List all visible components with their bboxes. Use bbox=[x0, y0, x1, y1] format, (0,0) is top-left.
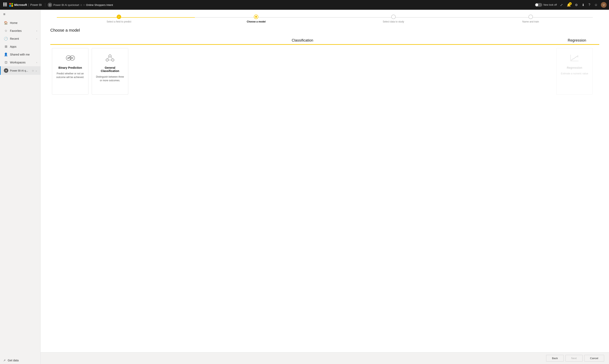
top-navigation: Microsoft | Power BI ★ Power BI AI quick… bbox=[0, 0, 609, 10]
sidebar-active-workspace[interactable]: ★ Power BI AI q... ◇ ⌄ bbox=[0, 66, 40, 75]
step-circle-1: ✓ bbox=[117, 14, 121, 19]
next-button[interactable]: Next bbox=[565, 355, 583, 362]
binary-prediction-card[interactable]: Binary Prediction Predict whether or not… bbox=[52, 48, 88, 95]
general-classification-card[interactable]: General Classification Distinguish betwe… bbox=[92, 48, 128, 95]
sidebar-label-workspaces: Workspaces bbox=[10, 61, 34, 64]
regression-header: Regression bbox=[555, 38, 599, 45]
help-button[interactable]: ? bbox=[588, 2, 591, 8]
binary-prediction-title: Binary Prediction bbox=[58, 66, 82, 69]
svg-rect-1 bbox=[5, 3, 6, 4]
sidebar-label-shared: Shared with me bbox=[10, 53, 37, 56]
svg-rect-5 bbox=[6, 4, 7, 5]
toggle-switch[interactable] bbox=[535, 3, 542, 7]
general-classification-title: General Classification bbox=[95, 66, 125, 73]
brand-area: Microsoft | Power BI bbox=[9, 3, 45, 7]
chevron-right-icon: › bbox=[36, 61, 37, 64]
breadcrumb-workspace[interactable]: Power BI AI quickstart bbox=[53, 3, 79, 6]
workspaces-icon: ⊡ bbox=[4, 60, 8, 64]
download-button[interactable]: ⬇ bbox=[581, 2, 585, 8]
svg-rect-3 bbox=[3, 4, 4, 5]
sidebar-item-workspaces[interactable]: ⊡ Workspaces › bbox=[0, 58, 40, 66]
wizard-step-1: ✓ Select a field to predict bbox=[50, 14, 188, 23]
wizard-step-2: Choose a model bbox=[188, 14, 325, 23]
sidebar-label-apps: Apps bbox=[10, 45, 37, 48]
sidebar-item-shared[interactable]: 👤 Shared with me bbox=[0, 51, 40, 58]
general-classification-description: Distinguish between three or more outcom… bbox=[95, 75, 125, 82]
page-title: Choose a model bbox=[50, 28, 599, 33]
svg-line-18 bbox=[111, 57, 112, 59]
waffle-menu-button[interactable] bbox=[2, 2, 8, 8]
svg-rect-7 bbox=[5, 5, 6, 6]
workspace-chevron-down-icon: ⌄ bbox=[35, 69, 37, 72]
sidebar-label-home: Home bbox=[10, 21, 37, 25]
notifications-badge: 1 bbox=[569, 2, 572, 5]
regression-icon: ✦ bbox=[570, 53, 579, 63]
svg-text:✦: ✦ bbox=[577, 56, 579, 58]
workspace-diamond-icon: ◇ bbox=[32, 69, 34, 72]
breadcrumb-chevron-icon: > bbox=[83, 3, 85, 6]
regression-title: Regression bbox=[567, 66, 582, 69]
sidebar-collapse-button[interactable]: ≡ bbox=[0, 10, 40, 19]
feedback-button[interactable]: ☺ bbox=[594, 2, 598, 8]
get-data-label: Get data bbox=[8, 359, 19, 362]
avatar[interactable]: U bbox=[601, 2, 607, 8]
sidebar-bottom: ↗ Get data bbox=[0, 357, 40, 364]
breadcrumb-diamond-icon: ◇ bbox=[80, 4, 82, 6]
sidebar-get-data[interactable]: ↗ Get data bbox=[0, 357, 40, 364]
general-classification-icon bbox=[105, 53, 115, 63]
svg-rect-0 bbox=[3, 3, 4, 4]
sidebar-item-favorites[interactable]: ☆ Favorites › bbox=[0, 27, 40, 35]
microsoft-logo bbox=[9, 3, 13, 7]
step-label-2: Choose a model bbox=[247, 20, 266, 23]
footer: Back Next Cancel bbox=[41, 352, 609, 364]
wizard-step-3: Select data to study bbox=[325, 14, 462, 23]
sidebar-label-favorites: Favorites bbox=[10, 29, 34, 32]
home-icon: 🏠 bbox=[4, 21, 8, 25]
workspace-icon: ★ bbox=[48, 3, 52, 7]
main-content: ✓ Select a field to predict Choose a mod… bbox=[41, 10, 609, 364]
new-look-toggle[interactable]: New look off bbox=[535, 3, 557, 7]
powerbi-label: Power BI bbox=[30, 3, 42, 6]
favorites-icon: ☆ bbox=[4, 29, 8, 33]
chevron-right-icon: › bbox=[36, 30, 37, 32]
main-layout: ≡ 🏠 Home ☆ Favorites › 🕐 Recent › ⊞ Apps… bbox=[0, 10, 609, 364]
recent-icon: 🕐 bbox=[4, 37, 8, 40]
toggle-label: New look off bbox=[543, 3, 557, 6]
workspace-badge: ★ bbox=[4, 68, 8, 73]
notifications-button[interactable]: 🔔 1 bbox=[566, 2, 572, 8]
sidebar-item-apps[interactable]: ⊞ Apps bbox=[0, 43, 40, 51]
breadcrumb-current: Online Shoppers Intent bbox=[86, 3, 113, 6]
step-label-3: Select data to study bbox=[383, 20, 404, 23]
sidebar-item-home[interactable]: 🏠 Home bbox=[0, 19, 40, 27]
topnav-actions: New look off ⤢ 🔔 1 ⚙ ⬇ ? ☺ U bbox=[535, 2, 607, 8]
sidebar: ≡ 🏠 Home ☆ Favorites › 🕐 Recent › ⊞ Apps… bbox=[0, 10, 41, 364]
apps-icon: ⊞ bbox=[4, 45, 8, 48]
binary-prediction-icon bbox=[65, 53, 75, 63]
wizard-steps: ✓ Select a field to predict Choose a mod… bbox=[41, 10, 609, 23]
step-circle-2 bbox=[254, 14, 258, 19]
model-sections: Classification bbox=[50, 38, 599, 95]
cancel-button[interactable]: Cancel bbox=[584, 355, 604, 362]
regression-cards: ✦ Regression Estimate a numeric value bbox=[555, 48, 599, 95]
svg-line-17 bbox=[108, 57, 109, 59]
classification-cards: Binary Prediction Predict whether or not… bbox=[50, 48, 555, 95]
step-circle-4 bbox=[528, 14, 533, 19]
classification-header: Classification bbox=[50, 38, 555, 45]
step-label-1: Select a field to predict bbox=[107, 20, 131, 23]
settings-button[interactable]: ⚙ bbox=[574, 2, 579, 8]
classification-section: Classification bbox=[50, 38, 555, 95]
back-button[interactable]: Back bbox=[546, 355, 564, 362]
chevron-right-icon: › bbox=[36, 38, 37, 40]
step-circle-3 bbox=[391, 14, 396, 19]
wizard-step-4: Name and train bbox=[462, 14, 599, 23]
expand-icon[interactable]: ⤢ bbox=[559, 2, 564, 8]
workspace-label: Power BI AI q... bbox=[10, 69, 30, 72]
svg-rect-4 bbox=[5, 4, 6, 5]
svg-point-16 bbox=[112, 59, 114, 61]
regression-section: Regression bbox=[555, 38, 599, 95]
sidebar-item-recent[interactable]: 🕐 Recent › bbox=[0, 35, 40, 43]
breadcrumb: ★ Power BI AI quickstart ◇ > Online Shop… bbox=[48, 3, 533, 7]
binary-prediction-description: Predict whether or not an outcome will b… bbox=[55, 72, 85, 79]
shared-icon: 👤 bbox=[4, 52, 8, 56]
svg-point-15 bbox=[106, 59, 108, 61]
